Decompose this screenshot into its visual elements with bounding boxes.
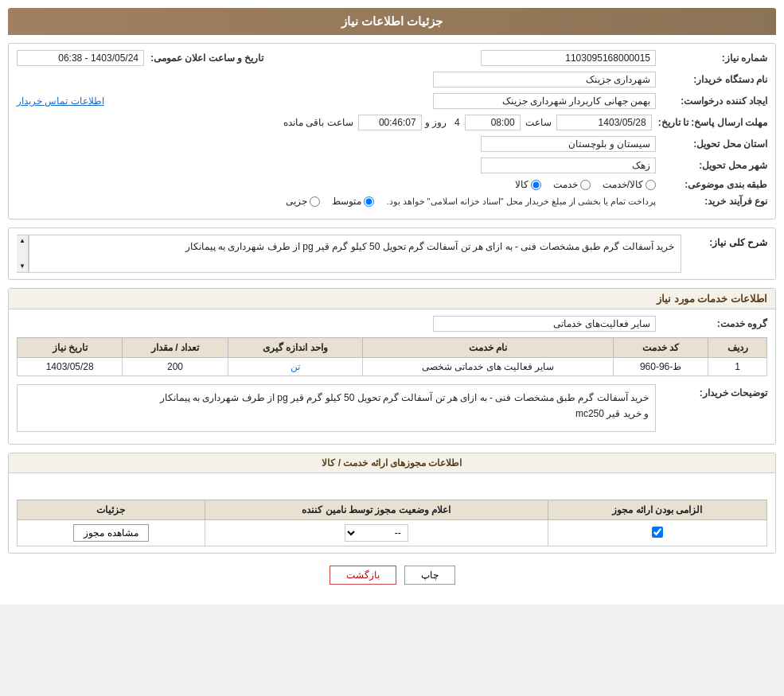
required-checkbox[interactable] (652, 527, 663, 538)
category-option-kala-khedmat[interactable]: کالا/خدمت (603, 179, 656, 190)
city-value: زهک (481, 157, 656, 173)
purchase-type-jozi[interactable]: جزیی (286, 196, 320, 207)
buyer-org-label: نام دستگاه خریدار: (656, 74, 767, 85)
main-info-body: شماره نیاز: 1103095168000015 تاریخ و ساع… (9, 44, 775, 219)
description-scrollbar[interactable]: ▲ ▼ (17, 235, 29, 273)
need-number-row: شماره نیاز: 1103095168000015 تاریخ و ساع… (17, 50, 767, 66)
col-required: الزامی بودن ارائه مجوز (548, 500, 766, 520)
col-qty: تعداد / مقدار (123, 338, 228, 358)
buyer-org-value: شهرداری جزینک (433, 72, 656, 87)
need-number-label: شماره نیاز: (656, 52, 767, 64)
permissions-section-body: الزامی بودن ارائه مجوز اعلام وضعیت مجوز … (9, 473, 775, 553)
permissions-table: الزامی بودن ارائه مجوز اعلام وضعیت مجوز … (17, 500, 767, 546)
radio-khedmat[interactable] (580, 180, 591, 190)
buyer-notes-label: توضیحات خریدار: (656, 384, 767, 399)
back-button[interactable]: بازگشت (330, 566, 396, 585)
buyer-notes-row: توضیحات خریدار: خرید آسفالت گرم طبق مشخص… (17, 384, 767, 432)
response-day-value: 4 (450, 117, 465, 128)
table-row: -- مشاهده مجوز (18, 520, 767, 546)
cell-qty: 200 (123, 358, 228, 376)
cell-unit: تن (228, 358, 362, 376)
creator-value: بهمن جهانی کاربردار شهرداری جزینک (433, 93, 656, 109)
category-radio-group: کالا/خدمت خدمت کالا (515, 179, 656, 190)
radio-kala-khedmat[interactable] (646, 180, 656, 190)
col-date: تاریخ نیاز (18, 338, 123, 358)
table-row: 1 ط-96-960 سایر فعالیت هاى خدماتى شخصى ت… (18, 358, 767, 376)
need-description-text: خرید آسفالت گرم طبق مشخصات فنی - به ازای… (29, 235, 681, 273)
purchase-type-motawaset[interactable]: متوسط (332, 196, 374, 207)
buyer-notes-line1: خرید آسفالت گرم طبق مشخصات فنی - به ازای… (160, 392, 649, 403)
response-time-value: 08:00 (465, 115, 521, 130)
services-section-header: اطلاعات خدمات مورد نیاز (9, 289, 775, 309)
scroll-down-icon[interactable]: ▼ (17, 261, 28, 272)
city-row: شهر محل تحویل: زهک (17, 157, 767, 173)
cell-row-num: 1 (708, 358, 767, 376)
permissions-section-title: اطلاعات مجوزهای ارائه خدمت / کالا (9, 453, 775, 473)
province-row: استان محل تحویل: سیستان و بلوچستان (17, 136, 767, 152)
announce-label: تاریخ و ساعت اعلان عمومی: (144, 52, 263, 64)
cell-name: سایر فعالیت هاى خدماتى شخصى (363, 358, 614, 376)
category-row: طبقه بندی موضوعی: کالا/خدمت خدمت کالا (17, 179, 767, 190)
radio-kala[interactable] (531, 180, 541, 190)
cell-required (548, 520, 766, 546)
province-value: سیستان و بلوچستان (481, 136, 656, 152)
page-header: جزئیات اطلاعات نیاز (8, 8, 776, 35)
col-row-num: ردیف (708, 338, 767, 358)
print-button[interactable]: چاپ (404, 566, 455, 585)
service-group-label: گروه خدمت: (656, 318, 767, 329)
deadline-row: مهلت ارسال پاسخ: تا تاریخ: 1403/05/28 سا… (17, 115, 767, 130)
countdown-label: ساعت باقی مانده (279, 117, 358, 128)
col-unit: واحد اندازه گیری (228, 338, 362, 358)
purchase-type-row: نوع فرآیند خرید: پرداخت تمام یا بخشی از … (17, 196, 767, 207)
scroll-up-icon[interactable]: ▲ (17, 235, 28, 247)
category-label: طبقه بندی موضوعی: (656, 179, 767, 190)
response-day-label: روز و (422, 117, 450, 128)
category-option-kala[interactable]: کالا (515, 179, 541, 190)
response-deadline-label: مهلت ارسال پاسخ: تا تاریخ: (652, 117, 767, 128)
contact-link[interactable]: اطلاعات تماس خریدار (17, 95, 104, 107)
services-section: اطلاعات خدمات مورد نیاز گروه خدمت: سایر … (8, 288, 776, 445)
need-number-value: 1103095168000015 (481, 50, 656, 66)
cell-status: -- (205, 520, 548, 546)
view-permit-button[interactable]: مشاهده مجوز (73, 524, 148, 542)
response-time-label: ساعت (521, 117, 556, 128)
province-label: استان محل تحویل: (656, 138, 767, 150)
countdown-value: 00:46:07 (358, 115, 422, 130)
service-group-value: سایر فعالیت‌های خدماتی (433, 316, 656, 332)
purchase-type-note: پرداخت تمام یا بخشی از مبلغ خریدار محل "… (386, 196, 656, 207)
services-table: ردیف کد خدمت نام خدمت واحد اندازه گیری ت… (17, 337, 767, 376)
city-label: شهر محل تحویل: (656, 160, 767, 171)
col-code: کد خدمت (613, 338, 708, 358)
creator-label: ایجاد کننده درخواست: (656, 95, 767, 107)
col-status: اعلام وضعیت مجوز توسط نامین کننده (205, 500, 548, 520)
creator-row: ایجاد کننده درخواست: بهمن جهانی کاربردار… (17, 93, 767, 109)
announce-value: 1403/05/24 - 06:38 (17, 50, 144, 66)
purchase-type-radio-group: پرداخت تمام یا بخشی از مبلغ خریدار محل "… (286, 196, 656, 207)
service-group-row: گروه خدمت: سایر فعالیت‌های خدماتی (17, 316, 767, 332)
services-table-header: ردیف کد خدمت نام خدمت واحد اندازه گیری ت… (18, 338, 767, 358)
permissions-section: اطلاعات مجوزهای ارائه خدمت / کالا الزامی… (8, 453, 776, 554)
cell-code: ط-96-960 (613, 358, 708, 376)
col-details: جزئیات (18, 500, 205, 520)
need-description-section: شرح کلی نیاز: خرید آسفالت گرم طبق مشخصات… (8, 227, 776, 280)
page-title: جزئیات اطلاعات نیاز (341, 14, 443, 28)
cell-date: 1403/05/28 (18, 358, 123, 376)
services-table-body: 1 ط-96-960 سایر فعالیت هاى خدماتى شخصى ت… (18, 358, 767, 376)
col-name: نام خدمت (363, 338, 614, 358)
permissions-table-header: الزامی بودن ارائه مجوز اعلام وضعیت مجوز … (18, 500, 767, 520)
buyer-notes-text: خرید آسفالت گرم طبق مشخصات فنی - به ازای… (17, 384, 656, 432)
status-select[interactable]: -- (345, 524, 408, 542)
purchase-type-label: نوع فرآیند خرید: (656, 196, 767, 207)
response-date-value: 1403/05/28 (556, 115, 652, 130)
buyer-notes-line2: و خرید قیر mc250 (575, 408, 649, 419)
category-option-khedmat[interactable]: خدمت (553, 179, 591, 190)
main-info-section: شماره نیاز: 1103095168000015 تاریخ و ساع… (8, 43, 776, 220)
buyer-org-row: نام دستگاه خریدار: شهرداری جزینک (17, 72, 767, 87)
need-description-label: شرح کلی نیاز: (688, 235, 767, 248)
action-buttons: چاپ بازگشت (8, 566, 776, 585)
radio-motawaset[interactable] (364, 196, 374, 207)
cell-details: مشاهده مجوز (18, 520, 205, 546)
services-section-body: گروه خدمت: سایر فعالیت‌های خدماتی ردیف ک… (9, 309, 775, 444)
permissions-table-body: -- مشاهده مجوز (18, 520, 767, 546)
radio-jozi[interactable] (310, 196, 320, 207)
